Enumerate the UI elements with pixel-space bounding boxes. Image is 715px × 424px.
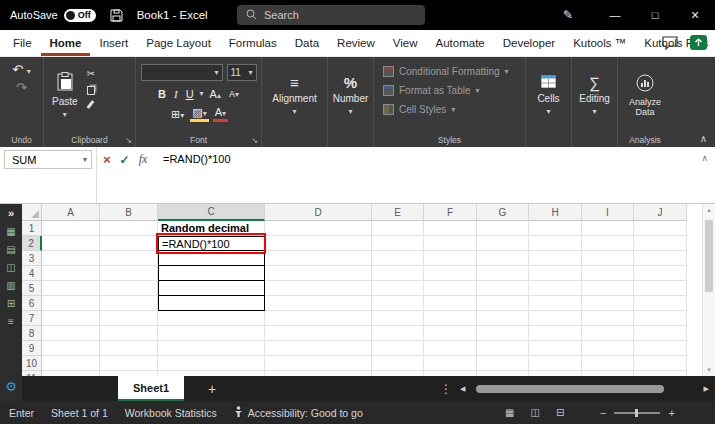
cell-G9[interactable] xyxy=(477,341,529,356)
cell-D5[interactable] xyxy=(265,281,372,296)
column-header-I[interactable]: I xyxy=(582,204,634,221)
menu-tab-formulas[interactable]: Formulas xyxy=(220,30,286,56)
menu-tab-data[interactable]: Data xyxy=(286,30,328,56)
cell-H8[interactable] xyxy=(529,326,582,341)
italic-button[interactable]: I xyxy=(172,88,180,100)
bold-button[interactable]: B xyxy=(156,88,168,100)
cell-B8[interactable] xyxy=(100,326,158,341)
cell-H1[interactable] xyxy=(529,221,582,236)
increase-font-icon[interactable]: A▴ xyxy=(208,88,223,100)
cell-I8[interactable] xyxy=(582,326,634,341)
menu-tab-home[interactable]: Home xyxy=(41,30,91,56)
search-input[interactable]: Search xyxy=(237,5,425,25)
cell-F6[interactable] xyxy=(424,296,477,311)
borders-icon[interactable]: ⊞▾ xyxy=(169,108,186,121)
column-header-A[interactable]: A xyxy=(42,204,100,221)
cell-D8[interactable] xyxy=(265,326,372,341)
collapse-ribbon-icon[interactable]: ∧ xyxy=(700,133,707,144)
cell-E10[interactable] xyxy=(372,356,424,371)
pen-mode-icon[interactable]: ✎ xyxy=(563,8,573,22)
menu-tab-insert[interactable]: Insert xyxy=(90,30,137,56)
scroll-left-icon[interactable]: ◀ xyxy=(460,385,465,393)
cell-A9[interactable] xyxy=(42,341,100,356)
cell-I6[interactable] xyxy=(582,296,634,311)
cell-H9[interactable] xyxy=(529,341,582,356)
cell-B2[interactable] xyxy=(100,236,158,251)
cell-C9[interactable] xyxy=(158,341,265,356)
name-box[interactable]: SUM ▾ xyxy=(4,150,92,169)
new-sheet-icon[interactable]: + xyxy=(208,381,216,397)
cell-C4[interactable] xyxy=(158,266,265,281)
cell-E8[interactable] xyxy=(372,326,424,341)
alignment-button[interactable]: ≡ Alignment ▾ xyxy=(267,62,321,128)
cell-B10[interactable] xyxy=(100,356,158,371)
cell-E5[interactable] xyxy=(372,281,424,296)
cell-D10[interactable] xyxy=(265,356,372,371)
cell-B4[interactable] xyxy=(100,266,158,281)
horizontal-scrollbar[interactable]: ◀ ▶ xyxy=(460,384,709,393)
page-break-view-icon[interactable]: ⊟ xyxy=(556,407,564,418)
cell-H10[interactable] xyxy=(529,356,582,371)
autosave-toggle[interactable]: Off xyxy=(64,9,96,22)
cell-D2[interactable] xyxy=(265,236,372,251)
cell-B9[interactable] xyxy=(100,341,158,356)
row-header-2[interactable]: 2 xyxy=(22,236,42,251)
cell-C2[interactable]: =RAND()*100 xyxy=(158,236,265,251)
cell-J7[interactable] xyxy=(634,311,687,326)
column-header-G[interactable]: G xyxy=(477,204,529,221)
select-all-corner[interactable] xyxy=(22,204,42,221)
cell-A8[interactable] xyxy=(42,326,100,341)
fill-color-icon[interactable]: ▨▾ xyxy=(190,107,208,122)
calendar-icon[interactable]: ▦ xyxy=(6,227,15,237)
maximize-button[interactable]: □ xyxy=(635,0,675,30)
font-color-icon[interactable]: A▾ xyxy=(213,107,228,122)
cell-G7[interactable] xyxy=(477,311,529,326)
cell-F3[interactable] xyxy=(424,251,477,266)
cell-G10[interactable] xyxy=(477,356,529,371)
cell-I10[interactable] xyxy=(582,356,634,371)
cell-E1[interactable] xyxy=(372,221,424,236)
row-header-4[interactable]: 4 xyxy=(22,266,42,281)
cell-F9[interactable] xyxy=(424,341,477,356)
cell-C8[interactable] xyxy=(158,326,265,341)
column-header-F[interactable]: F xyxy=(424,204,477,221)
horizontal-scroll-thumb[interactable] xyxy=(476,385,663,393)
cell-I9[interactable] xyxy=(582,341,634,356)
minimize-button[interactable]: — xyxy=(595,0,635,30)
cell-G2[interactable] xyxy=(477,236,529,251)
cell-E4[interactable] xyxy=(372,266,424,281)
cell-D1[interactable] xyxy=(265,221,372,236)
cell-G4[interactable] xyxy=(477,266,529,281)
formula-input[interactable]: =RAND()*100 xyxy=(163,153,231,165)
insert-function-icon[interactable]: fx xyxy=(139,152,148,167)
number-button[interactable]: % Number ▾ xyxy=(328,62,374,128)
cell-F1[interactable] xyxy=(424,221,477,236)
name-box-dropdown-icon[interactable]: ▾ xyxy=(83,155,87,164)
cell-H6[interactable] xyxy=(529,296,582,311)
column-header-E[interactable]: E xyxy=(372,204,424,221)
cell-I5[interactable] xyxy=(582,281,634,296)
accessibility-status[interactable]: Accessibility: Good to go xyxy=(234,406,363,419)
font-name-select[interactable]: ▾ xyxy=(141,64,223,81)
row-header-1[interactable]: 1 xyxy=(22,221,42,236)
cell-E9[interactable] xyxy=(372,341,424,356)
cell-B6[interactable] xyxy=(100,296,158,311)
styles-item-cell-styles[interactable]: Cell Styles▾ xyxy=(377,100,522,119)
cell-A2[interactable] xyxy=(42,236,100,251)
cell-J5[interactable] xyxy=(634,281,687,296)
cell-F4[interactable] xyxy=(424,266,477,281)
analyze-data-button[interactable]: Analyze Data xyxy=(618,62,672,128)
cell-J2[interactable] xyxy=(634,236,687,251)
cell-D3[interactable] xyxy=(265,251,372,266)
cell-D6[interactable] xyxy=(265,296,372,311)
column-header-H[interactable]: H xyxy=(529,204,582,221)
workbook-icon[interactable]: ▤ xyxy=(6,245,15,255)
printer-icon[interactable]: ▥ xyxy=(6,281,15,291)
cell-B5[interactable] xyxy=(100,281,158,296)
cell-F7[interactable] xyxy=(424,311,477,326)
columns-icon[interactable]: ◫ xyxy=(6,263,15,273)
zoom-in-icon[interactable]: + xyxy=(668,407,674,419)
editing-button[interactable]: ∑ Editing ▾ xyxy=(574,62,615,128)
row-header-6[interactable]: 6 xyxy=(22,296,42,311)
row-header-9[interactable]: 9 xyxy=(22,341,42,356)
